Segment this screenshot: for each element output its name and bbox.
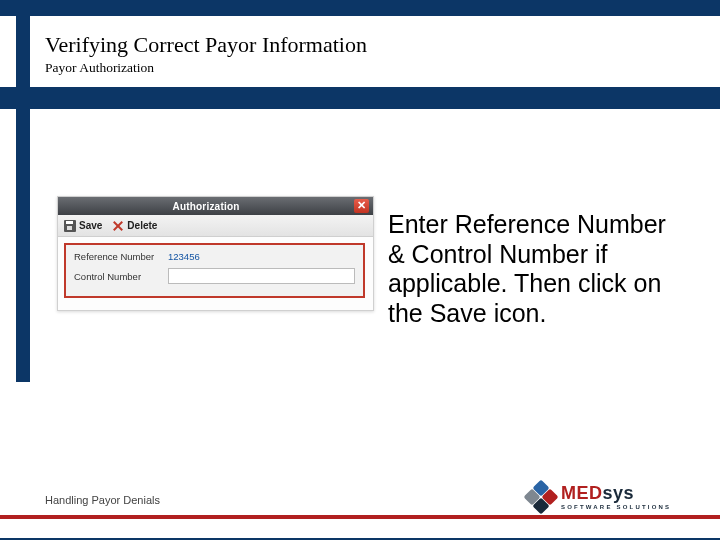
save-button[interactable]: Save [64,220,102,232]
delete-icon [112,220,124,232]
logo-text: MEDsys SOFTWARE SOLUTIONS [561,484,671,510]
slide: Verifying Correct Payor Information Payo… [0,0,720,540]
save-icon [64,220,76,232]
instruction-text: Enter Reference Number & Control Number … [388,210,688,328]
close-icon: ✕ [357,199,366,211]
authorization-dialog: Authorization ✕ Save Delete Reference Nu… [57,196,374,311]
decor-top-bar [0,0,720,16]
decor-title-underline-bar [0,87,720,109]
dialog-title: Authorization [172,201,239,212]
close-button[interactable]: ✕ [354,199,369,213]
control-number-label: Control Number [74,271,162,282]
decor-footer-red-line [0,515,720,519]
slide-title: Verifying Correct Payor Information [45,32,367,58]
medsys-logo: MEDsys SOFTWARE SOLUTIONS [527,482,682,512]
dialog-titlebar: Authorization ✕ [58,197,373,215]
logo-mark-icon [527,483,555,511]
reference-number-label: Reference Number [74,251,162,262]
dialog-toolbar: Save Delete [58,215,373,237]
footer-caption: Handling Payor Denials [45,494,160,506]
logo-tagline: SOFTWARE SOLUTIONS [561,504,671,510]
dialog-form-highlighted: Reference Number 123456 Control Number [64,243,365,298]
logo-text-sys: sys [603,483,635,503]
reference-number-row: Reference Number 123456 [74,251,355,262]
save-button-label: Save [79,220,102,231]
decor-left-bar [16,0,30,382]
delete-button-label: Delete [127,220,157,231]
control-number-input[interactable] [168,268,355,284]
logo-text-med: MED [561,483,603,503]
delete-button[interactable]: Delete [112,220,157,232]
control-number-row: Control Number [74,268,355,284]
reference-number-value[interactable]: 123456 [168,251,200,262]
slide-subtitle: Payor Authorization [45,60,154,76]
